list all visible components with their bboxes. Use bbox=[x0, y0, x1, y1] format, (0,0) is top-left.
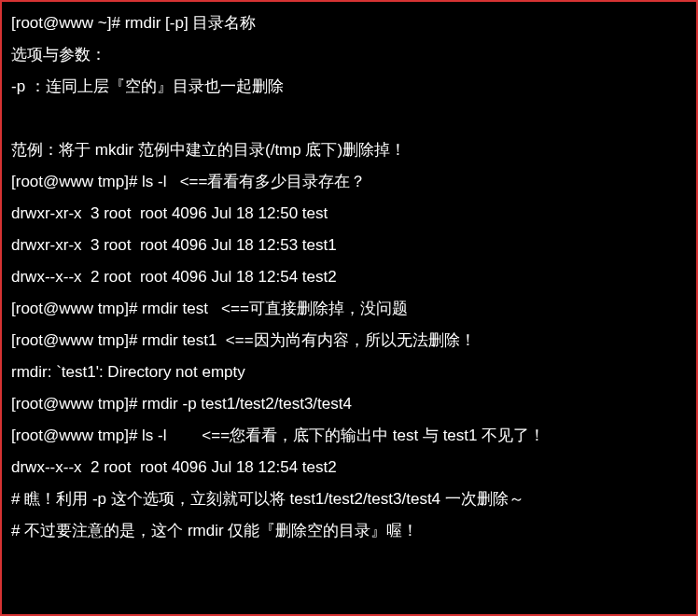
terminal-line: [root@www tmp]# ls -l <==您看看，底下的输出中 test… bbox=[11, 420, 687, 452]
terminal-line: 选项与参数： bbox=[11, 39, 687, 71]
terminal-output: [root@www ~]# rmdir [-p] 目录名称 选项与参数： -p … bbox=[2, 2, 696, 614]
terminal-line: drwx--x--x 2 root root 4096 Jul 18 12:54… bbox=[11, 261, 687, 293]
terminal-line: drwxr-xr-x 3 root root 4096 Jul 18 12:50… bbox=[11, 198, 687, 230]
terminal-line: -p ：连同上层『空的』目录也一起删除 bbox=[11, 71, 687, 103]
terminal-line bbox=[11, 103, 687, 134]
terminal-line: [root@www tmp]# rmdir test1 <==因为尚有内容，所以… bbox=[11, 325, 687, 357]
terminal-line: # 瞧！利用 -p 这个选项，立刻就可以将 test1/test2/test3/… bbox=[11, 483, 687, 515]
terminal-line: [root@www tmp]# rmdir test <==可直接删除掉，没问题 bbox=[11, 293, 687, 325]
terminal-line: [root@www tmp]# rmdir -p test1/test2/tes… bbox=[11, 388, 687, 420]
terminal-line: [root@www ~]# rmdir [-p] 目录名称 bbox=[11, 7, 687, 39]
terminal-line: # 不过要注意的是，这个 rmdir 仅能『删除空的目录』喔！ bbox=[11, 515, 687, 547]
terminal-line: [root@www tmp]# ls -l <==看看有多少目录存在？ bbox=[11, 166, 687, 198]
terminal-line: rmdir: `test1': Directory not empty bbox=[11, 357, 687, 388]
terminal-line: drwxr-xr-x 3 root root 4096 Jul 18 12:53… bbox=[11, 230, 687, 261]
terminal-line: 范例：将于 mkdir 范例中建立的目录(/tmp 底下)删除掉！ bbox=[11, 134, 687, 166]
terminal-line: drwx--x--x 2 root root 4096 Jul 18 12:54… bbox=[11, 452, 687, 483]
